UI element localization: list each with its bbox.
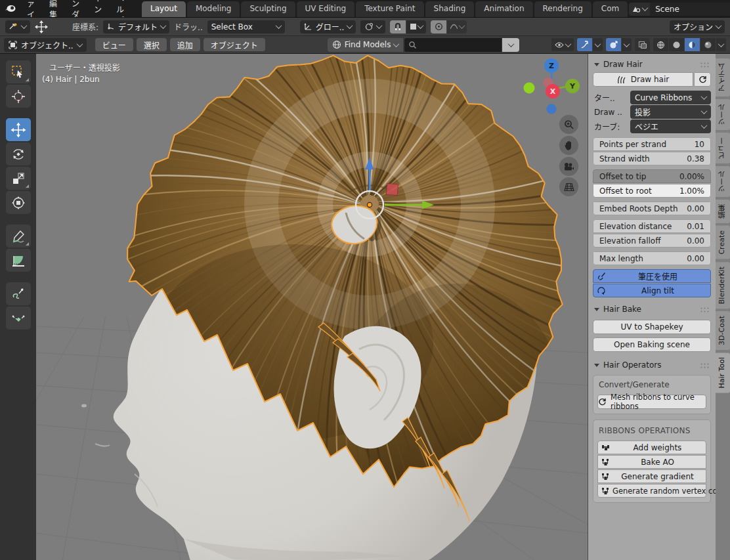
material-shading-button[interactable] [685,38,700,51]
transform-orientation-dropdown[interactable]: グロー.. [300,20,356,33]
generate-random-vertex-colors-button[interactable]: Generate random vertex col.. [597,484,706,498]
offset-to-root-slider[interactable]: Offset to root1.00% [593,184,711,198]
object-visibility-dropdown[interactable] [551,38,574,51]
xray-toggle[interactable] [635,38,650,51]
active-tool-dropdown[interactable] [5,20,30,33]
tab-create[interactable]: Create [716,226,730,259]
drag-dots-icon[interactable] [700,62,710,68]
tab-compositing[interactable]: Com [593,1,628,17]
model-search-input[interactable] [417,40,489,49]
elevation-distance-field[interactable]: Elevation distance0.01 [593,219,711,233]
draw-hair-button[interactable]: Draw hair [593,72,693,87]
transform-tool[interactable] [6,191,31,214]
tab-layout[interactable]: Layout [142,1,186,17]
annotate-tool[interactable] [6,225,31,248]
axis-y-negative-ball[interactable] [524,83,535,94]
pan-hand-button[interactable] [559,136,578,155]
object-menu[interactable]: オブジェクト [204,38,265,51]
tab-tool[interactable]: ツール [716,99,730,130]
curve-pen-tool[interactable] [6,307,31,330]
tab-sculpting[interactable]: Sculpting [241,1,295,17]
snap-with-dropdown[interactable] [406,20,426,33]
menu-window[interactable]: ウィンドウ [87,0,109,17]
hair-draw-tool[interactable] [6,282,31,305]
scene-name-field[interactable]: Scene [650,3,730,16]
solid-shading-button[interactable] [669,38,684,51]
tab-edit[interactable]: 編集 [716,200,730,223]
cursor-tool[interactable] [6,85,31,108]
embed-roots-depth-field[interactable]: Embed Roots Depth0.00 [593,202,711,215]
gizmo-dropdown[interactable] [593,38,603,51]
menu-render[interactable]: レンダー [64,0,87,17]
tab-uv-editing[interactable]: UV Editing [297,1,355,17]
drag-dots-icon[interactable] [700,307,710,312]
tab-texture-paint[interactable]: Texture Paint [356,1,423,17]
blender-logo-icon[interactable] [4,3,17,14]
rendered-shading-button[interactable] [700,38,716,51]
scene-browse-button[interactable] [629,3,650,16]
target-dropdown[interactable]: Curve Ribbons [630,91,711,104]
hair-bake-panel-header[interactable]: Hair Bake [593,301,711,316]
strand-width-field[interactable]: Strand width0.38 [593,152,711,165]
axis-z-negative-ball[interactable] [547,104,557,114]
offset-to-tip-slider[interactable]: Offset to tip0.00% [593,169,711,183]
curve-type-dropdown[interactable]: ベジエ [630,119,711,133]
select-box-tool[interactable] [6,60,31,83]
hair-operators-panel-header[interactable]: Hair Operators [593,357,711,372]
bake-ao-button[interactable]: Bake AO [597,455,706,469]
open-baking-scene-button[interactable]: Open Baking scene [593,337,711,352]
proportional-edit-toggle[interactable] [431,20,446,33]
align-tilt-button[interactable]: Align tilt [593,284,711,297]
draw-hair-panel-header[interactable]: Draw Hair [593,56,711,72]
wireframe-shading-button[interactable] [653,38,668,51]
tab-view[interactable]: ビュー [716,133,730,163]
view-menu[interactable]: ビュー [95,38,133,51]
scale-tool[interactable] [6,167,31,190]
zoom-button[interactable] [559,115,578,134]
draw-mode-dropdown[interactable]: 投影 [630,105,711,119]
add-weights-button[interactable]: Add weights [597,441,706,454]
3d-viewport[interactable]: Z Y X ユーザー・透視投影 (4) Hair | 2bun [36,54,588,560]
axis-z-ball[interactable]: Z [544,58,559,73]
tab-3d-coat[interactable]: 3D-Coat [716,311,730,350]
measure-tool[interactable] [6,249,31,272]
uv-to-shapekey-button[interactable]: UV to Shapekey [593,320,711,334]
snap-toggle[interactable] [390,20,406,33]
refresh-button[interactable] [694,72,711,87]
show-overlays-toggle[interactable] [606,38,621,51]
add-menu[interactable]: 追加 [170,38,200,51]
find-models-dropdown[interactable]: Find Models [328,38,404,52]
tab-hair-tool[interactable]: Hair Tool [716,353,730,393]
max-length-field[interactable]: Max length0.00 [593,251,711,265]
tab-rendering[interactable]: Rendering [534,1,591,17]
orientation-dropdown[interactable]: デフォルト [103,20,169,33]
menu-file[interactable]: ファイル [20,0,42,17]
tab-tool-2[interactable]: ツール [716,166,730,197]
elevation-falloff-field[interactable]: Elevation falloff0.00 [593,234,711,248]
use-pen-pressure-toggle[interactable]: 筆圧を使用 [593,269,711,283]
options-dropdown[interactable]: オプション [670,20,725,33]
falloff-dropdown[interactable] [447,20,467,33]
axis-x-ball[interactable]: X [546,84,560,98]
menu-help[interactable]: ヘルプ [109,0,131,17]
select-mode-dropdown[interactable]: Select Box [207,20,285,33]
tab-shading[interactable]: Shading [425,1,475,17]
tab-animation[interactable]: Animation [475,1,532,17]
model-search-box[interactable] [404,38,502,52]
gizmo-plane-handle[interactable] [386,183,398,195]
menu-edit[interactable]: 編集 [42,0,64,17]
move-tool[interactable] [6,118,31,141]
camera-view-button[interactable] [559,157,578,176]
perspective-toggle-button[interactable] [559,177,578,196]
tab-modeling[interactable]: Modeling [187,1,240,17]
overlays-dropdown[interactable] [622,38,632,51]
tab-blenderkit[interactable]: BlenderKit [716,262,730,309]
mesh-ribbons-to-curve-button[interactable]: Mesh ribbons to curve ribbons [597,395,706,409]
points-per-strand-field[interactable]: Points per strand10 [593,137,711,151]
rotate-tool[interactable] [6,142,31,165]
tab-item[interactable]: アイテム [716,58,730,97]
axis-y-ball[interactable]: Y [565,79,580,93]
generate-gradient-button[interactable]: Generate gradient [597,469,706,483]
mode-dropdown[interactable]: オブジェクト.. [4,38,87,52]
select-menu[interactable]: 選択 [137,38,167,51]
